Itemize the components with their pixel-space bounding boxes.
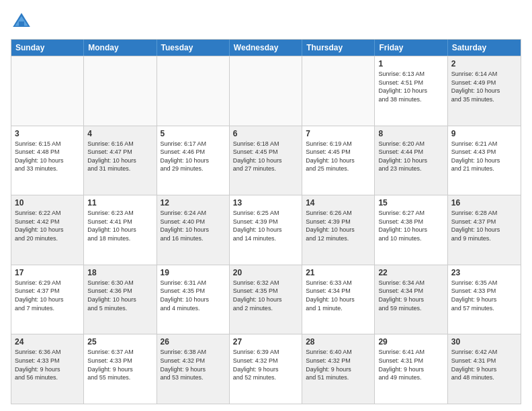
day-number: 13: [233, 198, 298, 208]
day-info: Sunrise: 6:42 AM Sunset: 4:31 PM Dayligh…: [451, 348, 517, 381]
day-number: 20: [233, 268, 298, 277]
day-number: 10: [15, 198, 80, 208]
day-info: Sunrise: 6:27 AM Sunset: 4:38 PM Dayligh…: [378, 209, 443, 242]
svg-rect-2: [19, 21, 24, 27]
cal-cell: 2Sunrise: 6:14 AM Sunset: 4:49 PM Daylig…: [448, 56, 521, 126]
cal-cell: 10Sunrise: 6:22 AM Sunset: 4:42 PM Dayli…: [11, 195, 84, 265]
day-info: Sunrise: 6:17 AM Sunset: 4:46 PM Dayligh…: [161, 140, 226, 173]
cal-cell: 9Sunrise: 6:21 AM Sunset: 4:43 PM Daylig…: [448, 126, 521, 195]
cal-cell: 20Sunrise: 6:32 AM Sunset: 4:35 PM Dayli…: [230, 265, 302, 334]
day-number: 6: [233, 129, 298, 138]
cal-header-wednesday: Wednesday: [230, 40, 302, 56]
cal-cell: 11Sunrise: 6:23 AM Sunset: 4:41 PM Dayli…: [84, 195, 157, 265]
cal-cell: 30Sunrise: 6:42 AM Sunset: 4:31 PM Dayli…: [448, 334, 521, 404]
day-number: 2: [451, 59, 517, 68]
cal-cell: 8Sunrise: 6:20 AM Sunset: 4:44 PM Daylig…: [375, 126, 447, 195]
day-info: Sunrise: 6:15 AM Sunset: 4:48 PM Dayligh…: [15, 140, 80, 173]
cal-cell: 4Sunrise: 6:16 AM Sunset: 4:47 PM Daylig…: [84, 126, 157, 195]
day-number: 24: [15, 337, 80, 347]
cal-cell: 6Sunrise: 6:18 AM Sunset: 4:45 PM Daylig…: [230, 126, 302, 195]
day-number: 15: [378, 198, 443, 208]
cal-cell: 26Sunrise: 6:38 AM Sunset: 4:32 PM Dayli…: [157, 334, 230, 404]
calendar-header-row: SundayMondayTuesdayWednesdayThursdayFrid…: [11, 40, 521, 56]
cal-cell: 17Sunrise: 6:29 AM Sunset: 4:37 PM Dayli…: [11, 265, 84, 334]
day-info: Sunrise: 6:32 AM Sunset: 4:35 PM Dayligh…: [233, 279, 298, 312]
day-number: 1: [378, 59, 443, 68]
day-info: Sunrise: 6:25 AM Sunset: 4:39 PM Dayligh…: [233, 209, 298, 242]
day-number: 25: [87, 337, 152, 347]
cal-cell: 27Sunrise: 6:39 AM Sunset: 4:32 PM Dayli…: [230, 334, 302, 404]
cal-cell: 16Sunrise: 6:28 AM Sunset: 4:37 PM Dayli…: [448, 195, 521, 265]
day-number: 5: [161, 129, 226, 138]
day-info: Sunrise: 6:38 AM Sunset: 4:32 PM Dayligh…: [161, 348, 226, 381]
cal-header-thursday: Thursday: [302, 40, 375, 56]
day-number: 11: [87, 198, 152, 208]
day-info: Sunrise: 6:35 AM Sunset: 4:33 PM Dayligh…: [451, 279, 517, 312]
day-info: Sunrise: 6:29 AM Sunset: 4:37 PM Dayligh…: [15, 279, 80, 312]
day-number: 18: [87, 268, 152, 277]
cal-cell: 25Sunrise: 6:37 AM Sunset: 4:33 PM Dayli…: [84, 334, 157, 404]
cal-cell: [11, 56, 84, 126]
day-info: Sunrise: 6:40 AM Sunset: 4:32 PM Dayligh…: [306, 348, 371, 381]
cal-header-monday: Monday: [84, 40, 157, 56]
day-info: Sunrise: 6:34 AM Sunset: 4:34 PM Dayligh…: [378, 279, 443, 312]
day-info: Sunrise: 6:24 AM Sunset: 4:40 PM Dayligh…: [161, 209, 226, 242]
cal-week-5: 24Sunrise: 6:36 AM Sunset: 4:33 PM Dayli…: [11, 334, 521, 404]
cal-cell: 5Sunrise: 6:17 AM Sunset: 4:46 PM Daylig…: [157, 126, 230, 195]
cal-week-1: 1Sunrise: 6:13 AM Sunset: 4:51 PM Daylig…: [11, 56, 521, 126]
header: [11, 11, 521, 32]
day-number: 23: [451, 268, 517, 277]
cal-header-friday: Friday: [375, 40, 447, 56]
day-number: 7: [306, 129, 371, 138]
day-info: Sunrise: 6:20 AM Sunset: 4:44 PM Dayligh…: [378, 140, 443, 173]
cal-cell: 12Sunrise: 6:24 AM Sunset: 4:40 PM Dayli…: [157, 195, 230, 265]
day-info: Sunrise: 6:19 AM Sunset: 4:45 PM Dayligh…: [306, 140, 371, 173]
day-info: Sunrise: 6:41 AM Sunset: 4:31 PM Dayligh…: [378, 348, 443, 381]
day-number: 16: [451, 198, 517, 208]
day-info: Sunrise: 6:26 AM Sunset: 4:39 PM Dayligh…: [306, 209, 371, 242]
day-number: 26: [161, 337, 226, 347]
calendar-body: 1Sunrise: 6:13 AM Sunset: 4:51 PM Daylig…: [11, 56, 521, 404]
cal-cell: [84, 56, 157, 126]
day-number: 8: [378, 129, 443, 138]
day-info: Sunrise: 6:18 AM Sunset: 4:45 PM Dayligh…: [233, 140, 298, 173]
logo: [11, 11, 34, 32]
cal-cell: 18Sunrise: 6:30 AM Sunset: 4:36 PM Dayli…: [84, 265, 157, 334]
day-number: 3: [15, 129, 80, 138]
cal-cell: 21Sunrise: 6:33 AM Sunset: 4:34 PM Dayli…: [302, 265, 375, 334]
cal-header-tuesday: Tuesday: [157, 40, 230, 56]
cal-cell: [302, 56, 375, 126]
day-info: Sunrise: 6:28 AM Sunset: 4:37 PM Dayligh…: [451, 209, 517, 242]
day-info: Sunrise: 6:37 AM Sunset: 4:33 PM Dayligh…: [87, 348, 152, 381]
day-number: 9: [451, 129, 517, 138]
day-number: 29: [378, 337, 443, 347]
cal-cell: 7Sunrise: 6:19 AM Sunset: 4:45 PM Daylig…: [302, 126, 375, 195]
cal-cell: [157, 56, 230, 126]
day-info: Sunrise: 6:31 AM Sunset: 4:35 PM Dayligh…: [161, 279, 226, 312]
cal-cell: 19Sunrise: 6:31 AM Sunset: 4:35 PM Dayli…: [157, 265, 230, 334]
cal-cell: 22Sunrise: 6:34 AM Sunset: 4:34 PM Dayli…: [375, 265, 447, 334]
day-number: 28: [306, 337, 371, 347]
day-number: 12: [161, 198, 226, 208]
cal-cell: [230, 56, 302, 126]
day-number: 14: [306, 198, 371, 208]
day-info: Sunrise: 6:21 AM Sunset: 4:43 PM Dayligh…: [451, 140, 517, 173]
calendar: SundayMondayTuesdayWednesdayThursdayFrid…: [11, 39, 521, 404]
day-number: 21: [306, 268, 371, 277]
day-info: Sunrise: 6:16 AM Sunset: 4:47 PM Dayligh…: [87, 140, 152, 173]
day-number: 22: [378, 268, 443, 277]
day-number: 27: [233, 337, 298, 347]
day-info: Sunrise: 6:22 AM Sunset: 4:42 PM Dayligh…: [15, 209, 80, 242]
day-info: Sunrise: 6:23 AM Sunset: 4:41 PM Dayligh…: [87, 209, 152, 242]
day-info: Sunrise: 6:33 AM Sunset: 4:34 PM Dayligh…: [306, 279, 371, 312]
cal-header-saturday: Saturday: [448, 40, 521, 56]
cal-cell: 1Sunrise: 6:13 AM Sunset: 4:51 PM Daylig…: [375, 56, 447, 126]
cal-week-3: 10Sunrise: 6:22 AM Sunset: 4:42 PM Dayli…: [11, 195, 521, 265]
cal-cell: 15Sunrise: 6:27 AM Sunset: 4:38 PM Dayli…: [375, 195, 447, 265]
cal-cell: 23Sunrise: 6:35 AM Sunset: 4:33 PM Dayli…: [448, 265, 521, 334]
cal-week-4: 17Sunrise: 6:29 AM Sunset: 4:37 PM Dayli…: [11, 265, 521, 334]
cal-cell: 14Sunrise: 6:26 AM Sunset: 4:39 PM Dayli…: [302, 195, 375, 265]
day-number: 30: [451, 337, 517, 347]
day-info: Sunrise: 6:36 AM Sunset: 4:33 PM Dayligh…: [15, 348, 80, 381]
day-number: 4: [87, 129, 152, 138]
